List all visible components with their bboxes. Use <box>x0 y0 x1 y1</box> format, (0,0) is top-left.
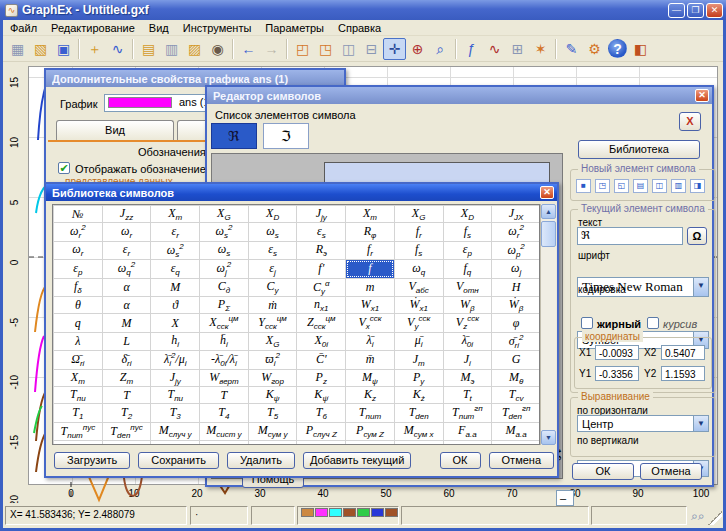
delete-element-button[interactable]: X <box>679 112 701 131</box>
symbol-cell[interactable]: Wгор <box>248 369 297 386</box>
menu-item[interactable]: Справка <box>331 21 388 35</box>
symbol-cell[interactable]: Kψ̇ <box>297 386 346 403</box>
menu-item[interactable]: Вид <box>142 21 176 35</box>
symbol-cell[interactable]: Lа/п <box>346 441 395 445</box>
symbol-cell[interactable]: XD <box>443 206 492 223</box>
symbol-cell[interactable]: T4 <box>200 404 249 422</box>
preview-field[interactable]: – <box>556 490 574 506</box>
symbol-cell[interactable]: ωj <box>492 260 540 278</box>
symbol-cell[interactable]: ϑ <box>151 296 200 313</box>
symbol-cell[interactable]: Mсум x <box>394 422 443 440</box>
new-element-position-icon[interactable]: ■ <box>576 179 591 193</box>
symbol-cell[interactable]: Tпи <box>151 386 200 403</box>
title-bar[interactable]: ∿ GraphEx - Untitled.gxf — ❐ ✕ <box>0 0 726 20</box>
symbol-cell[interactable]: Wx1 <box>346 296 395 313</box>
symbol-cell[interactable]: Mэ <box>443 369 492 386</box>
resize-grip[interactable] <box>708 511 722 525</box>
symbol-cell[interactable]: Lпер <box>394 441 443 445</box>
y2-field[interactable]: 1.1593 <box>661 366 705 381</box>
symbol-cell[interactable]: Xт <box>54 369 103 386</box>
symbol-cell[interactable]: G <box>492 351 540 369</box>
symbol-cell[interactable]: φ <box>492 314 540 332</box>
symbol-cell[interactable]: ωq2 <box>102 260 151 278</box>
scrollbar-thumb[interactable] <box>541 221 556 247</box>
symbol-cell[interactable]: Zсскцм <box>297 314 346 332</box>
symbol-cell[interactable]: PΣ <box>200 296 249 313</box>
crosshair-icon[interactable]: ⊕ <box>406 38 429 60</box>
symbol-cell[interactable]: T6 <box>297 441 346 445</box>
scroll-up-icon[interactable]: ▲ <box>541 204 556 219</box>
symbol-cell[interactable]: Ji <box>443 351 492 369</box>
symbol-cell[interactable]: ωr2 <box>54 223 103 241</box>
symbol-cell[interactable]: λ̄i <box>346 332 395 350</box>
symbol-cell[interactable]: α <box>102 278 151 296</box>
back-icon[interactable]: ← <box>237 38 260 60</box>
symbol-cell[interactable]: ϖi2 <box>248 351 297 369</box>
symbol-library-title-bar[interactable]: Библиотека символов ✕ <box>46 184 557 201</box>
symbol-cell[interactable]: f′ <box>297 260 346 278</box>
symbol-cell[interactable]: μ̄i <box>394 332 443 350</box>
open-file-icon[interactable]: ▧ <box>29 38 52 60</box>
curve-points-icon[interactable]: ∿ <box>483 38 506 60</box>
symbol-cell[interactable]: Tden <box>394 404 443 422</box>
symbol-cell[interactable]: T5 <box>248 441 297 445</box>
symbol-cell[interactable]: hi <box>151 332 200 350</box>
symbol-cell[interactable]: εp <box>54 260 103 278</box>
symbol-cell[interactable]: Cyα <box>297 278 346 296</box>
symbol-cell[interactable]: Xт <box>151 206 200 223</box>
symbol-cell[interactable]: Pслуч Z <box>297 422 346 440</box>
forward-icon[interactable]: → <box>260 38 283 60</box>
library-cancel-button[interactable]: Отмена <box>489 452 554 469</box>
symbol-cell[interactable]: T1 <box>54 441 103 445</box>
symbol-cell[interactable]: ωq <box>394 260 443 278</box>
symbol-cell[interactable]: Ẇx1 <box>394 296 443 313</box>
symbol-cell[interactable]: Mсист у <box>200 422 249 440</box>
chevron-down-icon[interactable]: ▼ <box>693 416 708 431</box>
symbol-cell[interactable]: T5 <box>248 404 297 422</box>
new-element-position-icon[interactable]: ◱ <box>614 179 629 193</box>
help-icon[interactable]: ? <box>608 39 627 58</box>
symbol-cell[interactable]: H <box>492 278 540 296</box>
fit-height-icon[interactable]: ⊟ <box>360 38 383 60</box>
library-add-current-button[interactable]: Добавить текущий <box>303 452 411 469</box>
symbol-cell[interactable]: f <box>346 260 395 278</box>
symbol-cell[interactable]: X <box>151 314 200 332</box>
symbol-cell[interactable]: Tnum <box>346 404 395 422</box>
symbol-cell[interactable]: T <box>200 386 249 403</box>
align-horizontal-combo[interactable]: Центр ▼ <box>577 415 709 432</box>
new-element-position-icon[interactable]: ▥ <box>671 179 686 193</box>
symbol-cell[interactable]: ωs2 <box>151 241 200 259</box>
exit-icon[interactable]: ◧ <box>629 38 652 60</box>
symbol-cell[interactable]: Mθ <box>492 369 540 386</box>
move-mode-icon[interactable]: ✛ <box>383 38 406 60</box>
symbol-cell[interactable]: Pсум Z <box>346 422 395 440</box>
camera-icon[interactable]: ◉ <box>206 38 229 60</box>
print-icon[interactable]: ▥ <box>160 38 183 60</box>
symbol-cell[interactable]: nx1 <box>297 296 346 313</box>
symbol-cell[interactable]: α <box>102 296 151 313</box>
symbol-cell[interactable]: ωs <box>248 223 297 241</box>
symbol-cell[interactable]: Tсv <box>492 386 540 403</box>
library-load-button[interactable]: Загрузить <box>54 452 130 469</box>
edit-curve-icon[interactable]: ∿ <box>106 38 129 60</box>
library-delete-button[interactable]: Удалить <box>227 452 295 469</box>
symbol-cell[interactable]: Vzсск <box>443 314 492 332</box>
symbol-cell[interactable]: ωr2 <box>492 223 540 241</box>
symbol-cell[interactable]: ωj2 <box>200 260 249 278</box>
symbol-cell[interactable]: εr <box>102 241 151 259</box>
symbol-cell[interactable]: λ̄0i <box>443 332 492 350</box>
symbol-cell[interactable]: Xт <box>346 206 395 223</box>
symbol-cell[interactable]: Vxсск <box>346 314 395 332</box>
symbol-cell[interactable]: T2 <box>102 404 151 422</box>
symbol-cell[interactable]: σ̄ri2 <box>492 332 540 350</box>
symbol-editor-title-bar[interactable]: Редактор символов ✕ <box>207 87 712 104</box>
new-element-position-icon[interactable]: ◳ <box>595 179 610 193</box>
symbol-cell[interactable]: ωs <box>200 241 249 259</box>
editor-ok-button[interactable]: ОК <box>572 463 634 480</box>
symbol-cell[interactable]: fs <box>394 241 443 259</box>
symbol-cell[interactable]: Tnumгп <box>443 404 492 422</box>
symbol-cell[interactable]: XG <box>248 332 297 350</box>
symbol-cell[interactable]: T6 <box>297 404 346 422</box>
x1-field[interactable]: -0.0093 <box>595 345 639 360</box>
symbol-cell[interactable]: Jт <box>394 351 443 369</box>
